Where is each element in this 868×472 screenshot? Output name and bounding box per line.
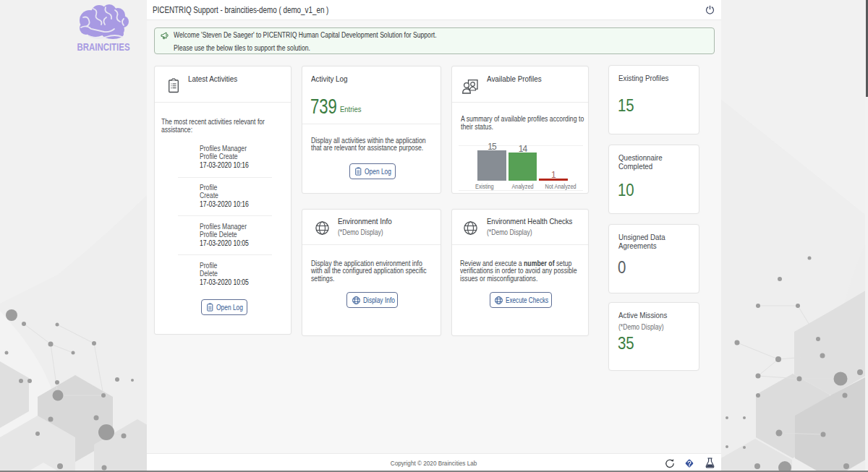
- svg-text:BRAINCITIES: BRAINCITIES: [77, 41, 130, 53]
